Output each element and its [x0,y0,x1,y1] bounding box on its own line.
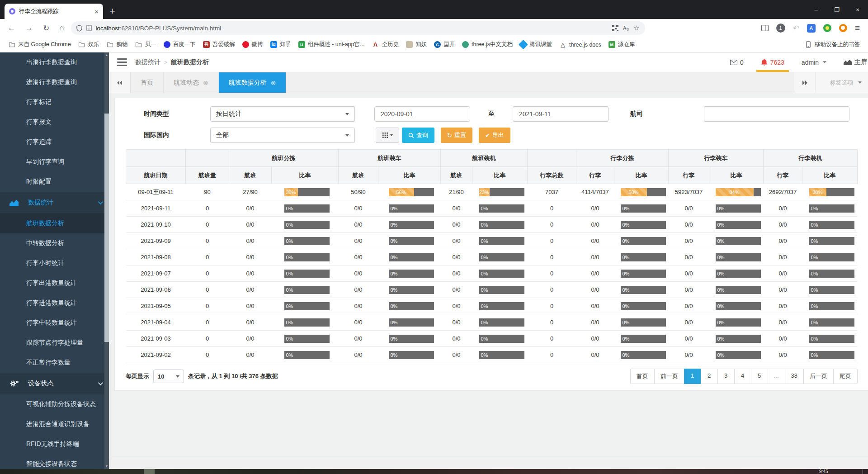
translate-extension-icon[interactable]: A [807,24,816,33]
sidebar-item-abnormal-baggage-count[interactable]: 不正常行李数量 [0,353,109,373]
bookmark-mobile-folder[interactable]: 移动设备上的书签 [801,39,863,50]
maximize-icon[interactable]: ❐ [826,0,847,19]
query-button[interactable]: 查询 [402,128,434,143]
page-button[interactable]: 2 [701,369,718,384]
per-page-select[interactable]: 10 [153,370,184,383]
refresh-icon[interactable]: ↻ [38,24,54,33]
scrollbar-thumb[interactable] [104,114,109,342]
scroll-up-icon[interactable]: ▲ [104,52,109,58]
url-text[interactable]: localhost:62810/BOP-PLUS/System/main.htm… [96,25,609,32]
breadcrumb-root[interactable]: 数据统计 [135,58,160,66]
user-menu[interactable]: admin [802,52,826,72]
shield-icon[interactable] [76,25,82,32]
page-icon[interactable] [86,25,92,31]
page-tab[interactable]: 航班数据分析⊗ [219,72,287,93]
sidebar-section-device-status[interactable]: 设备状态 [0,373,109,394]
sidebar-section-data-statistics[interactable]: 数据统计 [0,192,109,213]
bookmark-item[interactable]: C国开 [430,39,458,50]
new-tab-button[interactable]: + [109,6,115,16]
bookmark-item[interactable]: 购物 [103,39,132,50]
bookmark-item[interactable]: 知妖 [402,39,430,50]
translate-icon[interactable]: A文 [623,25,629,31]
sidebar-item-early-baggage-query[interactable]: 早到行李查询 [0,152,109,172]
sidebar-item-baggage-trace[interactable]: 行李追踪 [0,132,109,152]
tab-close-icon[interactable]: ⊗ [203,79,208,86]
bookmark-item[interactable]: 吾吾爱破解 [199,39,239,50]
date-from-input[interactable] [374,106,470,122]
page-button[interactable]: ... [768,369,785,384]
sidebar-item-depart-baggage-query[interactable]: 出港行李数据查询 [0,52,109,72]
tab-close-icon[interactable]: ⊗ [271,79,276,86]
tab-close-icon[interactable]: × [94,8,99,15]
sidebar-item-node-baggage-volume[interactable]: 跟踪节点行李处理量 [0,333,109,353]
page-tab[interactable]: 首页 [131,72,164,93]
columns-button[interactable] [376,128,399,143]
alerts-button[interactable]: 7623 [761,52,784,72]
bookmark-item[interactable]: 娱乐 [75,39,103,50]
sidebar-item-baggage-transfer-count[interactable]: 行李中转数量统计 [0,313,109,333]
tabs-scroll-left-button[interactable] [109,72,131,93]
sidebar-item-time-limit-config[interactable]: 时限配置 [0,172,109,192]
bookmark-item[interactable]: 知知乎 [267,39,295,50]
sidebar-scrollbar[interactable]: ▲ ▼ [104,52,109,469]
sidebar-item-baggage-arrive-count[interactable]: 行李进港数量统计 [0,293,109,313]
page-button[interactable]: 后一页 [803,369,834,384]
messages-button[interactable]: 0 [730,52,744,72]
orange-extension-icon[interactable] [839,24,847,32]
back-icon[interactable]: ← [3,24,20,33]
page-button[interactable]: 4 [734,369,751,384]
bookmark-item[interactable]: 腾讯课堂 [516,39,556,50]
sidebar-item-rfid-handheld[interactable]: RFID无线手持终端 [0,434,109,454]
url-bar[interactable]: localhost:62810/BOP-PLUS/System/main.htm… [71,21,645,35]
page-button[interactable]: 3 [717,369,735,384]
bookmark-star-icon[interactable]: ☆ [633,24,639,32]
sidebar-item-transfer-data-analysis[interactable]: 中转数据分析 [0,233,109,253]
minimize-icon[interactable]: – [806,0,826,19]
bookmark-item[interactable]: 百度一下 [160,39,199,50]
main-screen-button[interactable]: 主屏 [844,52,867,72]
sidebar-item-visual-sorting-device-status[interactable]: 可视化辅助分拣设备状态 [0,394,109,414]
bookmark-item[interactable]: 来自 Google Chrome [5,39,75,50]
airline-input[interactable] [704,106,849,122]
bookmark-item[interactable]: three.js中文文档 [458,39,516,50]
bookmark-item[interactable]: U组件概述 - uni-app官... [295,39,368,50]
sidebar-item-baggage-mark[interactable]: 行李标记 [0,92,109,112]
page-button[interactable]: 首页 [630,369,655,384]
date-to-input[interactable] [513,106,609,122]
split-screen-icon[interactable] [761,25,769,31]
bookmark-item[interactable]: A全历史 [368,39,402,50]
bookmark-item[interactable]: M源仓库 [605,39,639,50]
tabs-scroll-right-button[interactable] [794,72,816,93]
close-icon[interactable]: × [847,0,868,19]
page-button[interactable]: 38 [785,369,804,384]
sidebar-item-arrival-mixed-channel-device[interactable]: 进港混合通道识别设备 [0,414,109,434]
reset-button[interactable]: ↻ 重置 [441,128,472,143]
green-extension-icon[interactable] [823,24,831,32]
sidebar-item-flight-data-analysis[interactable]: 航班数据分析 [0,213,109,233]
menu-toggle-button[interactable] [117,58,127,66]
scroll-down-icon[interactable]: ▼ [104,464,109,469]
page-button[interactable]: 尾页 [833,369,858,384]
time-type-select[interactable]: 按日统计 [210,106,355,122]
scope-select[interactable]: 全部 [210,128,355,143]
page-button[interactable]: 前一页 [654,369,684,384]
sidebar-item-baggage-depart-count[interactable]: 行李出港数量统计 [0,273,109,293]
tab-options-dropdown[interactable]: 标签选项 [816,72,868,93]
undo-icon[interactable]: ↶ [793,24,799,33]
sidebar-item-arrive-baggage-query[interactable]: 进港行李数据查询 [0,72,109,92]
page-button[interactable]: 1 [684,369,701,384]
sidebar-item-baggage-message[interactable]: 行李报文 [0,112,109,132]
extension-badge[interactable]: 1 [776,24,785,33]
bookmark-item[interactable]: △three.js docs [556,39,605,50]
forward-icon[interactable]: → [20,24,38,33]
bookmark-item[interactable]: 微博 [239,39,267,50]
page-tab[interactable]: 航班动态⊗ [164,72,219,93]
qr-code-icon[interactable] [612,25,618,31]
export-button[interactable]: ✔ 导出 [479,128,510,143]
page-button[interactable]: 5 [751,369,768,384]
browser-menu-icon[interactable]: ≡ [855,23,860,33]
sidebar-item-baggage-hour-stats[interactable]: 行李小时统计 [0,253,109,273]
home-icon[interactable]: ⌂ [54,24,69,33]
bookmark-item[interactable]: 贝一 [132,39,160,50]
browser-tab[interactable]: 行李全流程跟踪 × [5,4,103,19]
